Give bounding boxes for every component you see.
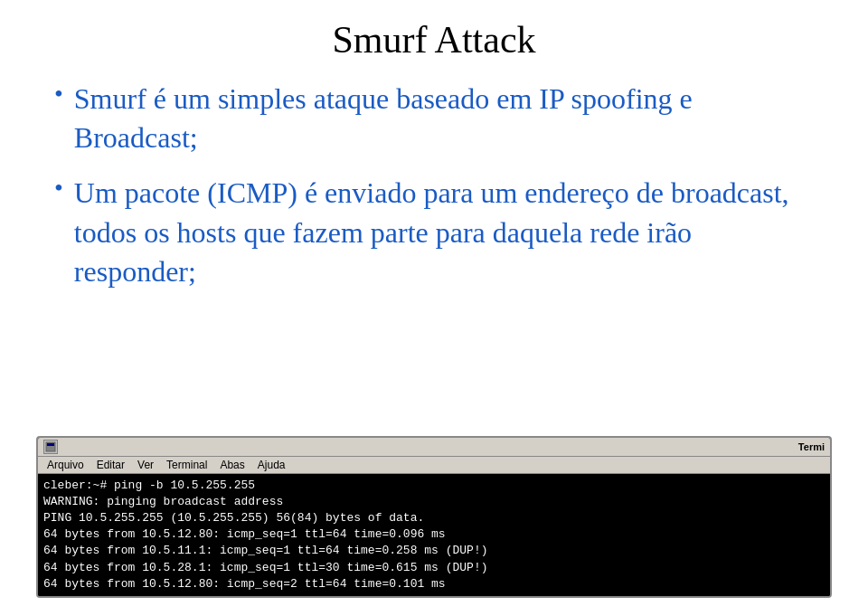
- terminal-titlebar: Termi: [38, 438, 830, 457]
- terminal-line-2: PING 10.5.255.255 (10.5.255.255) 56(84) …: [43, 510, 825, 526]
- bullet-text-2: Um pacote (ICMP) é enviado para um ender…: [74, 174, 814, 291]
- menu-terminal[interactable]: Terminal: [161, 458, 212, 472]
- terminal-title-right: Termi: [798, 441, 825, 452]
- page-title: Smurf Attack: [36, 18, 832, 62]
- menu-arquivo[interactable]: Arquivo: [42, 458, 90, 472]
- menu-ajuda[interactable]: Ajuda: [252, 458, 291, 472]
- terminal-body: cleber:~# ping -b 10.5.255.255 WARNING: …: [38, 474, 830, 596]
- bullet-text-1: Smurf é um simples ataque baseado em IP …: [74, 80, 814, 157]
- terminal-line-5: 64 bytes from 10.5.28.1: icmp_seq=1 ttl=…: [43, 560, 825, 576]
- menu-editar[interactable]: Editar: [91, 458, 130, 472]
- terminal-line-3: 64 bytes from 10.5.12.80: icmp_seq=1 ttl…: [43, 526, 825, 543]
- terminal-line-0: cleber:~# ping -b 10.5.255.255: [43, 478, 825, 494]
- terminal-line-6: 64 bytes from 10.5.12.80: icmp_seq=2 ttl…: [43, 576, 825, 592]
- title-section: Smurf Attack: [36, 9, 832, 80]
- menu-ver[interactable]: Ver: [132, 458, 159, 472]
- terminal-line-4: 64 bytes from 10.5.11.1: icmp_seq=1 ttl=…: [43, 543, 825, 559]
- page-container: Smurf Attack • Smurf é um simples ataque…: [0, 0, 868, 616]
- terminal-icon: [43, 440, 58, 454]
- content-section: • Smurf é um simples ataque baseado em I…: [36, 80, 832, 427]
- bullet-item-1: • Smurf é um simples ataque baseado em I…: [54, 80, 814, 157]
- svg-rect-1: [47, 443, 54, 446]
- terminal-container: Termi Arquivo Editar Ver Terminal Abas A…: [36, 436, 832, 598]
- bullet-item-2: • Um pacote (ICMP) é enviado para um end…: [54, 174, 814, 291]
- terminal-titlebar-left: [43, 440, 58, 454]
- terminal-line-1: WARNING: pinging broadcast address: [43, 494, 825, 510]
- bullet-dot-1: •: [54, 78, 63, 110]
- terminal-menubar: Arquivo Editar Ver Terminal Abas Ajuda: [38, 457, 830, 474]
- menu-abas[interactable]: Abas: [214, 458, 250, 472]
- bullet-dot-2: •: [54, 172, 63, 204]
